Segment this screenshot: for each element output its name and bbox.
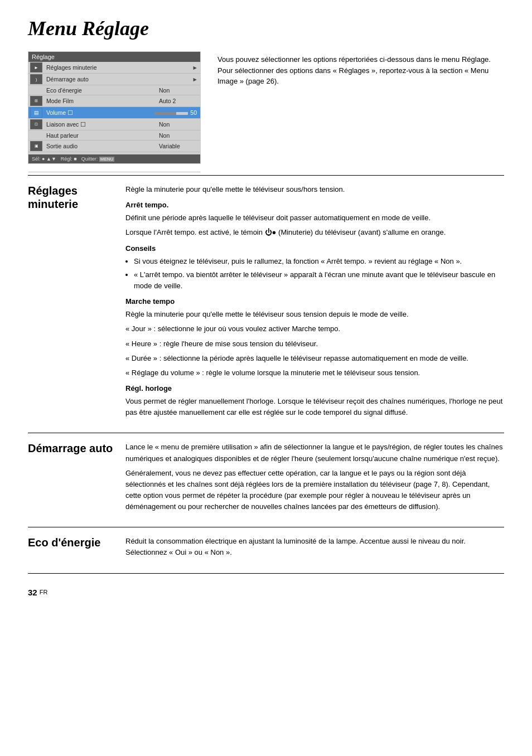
subsection-arret-tempo: Arrêt tempo.: [125, 200, 504, 211]
section-heading-demarrage: Démarrage auto: [28, 442, 125, 516]
conseils-title: Conseils: [125, 243, 504, 254]
section-heading-eco: Eco d'énergie: [28, 536, 125, 561]
section-content-reglages: Règle la minuterie pour qu'elle mette le…: [125, 184, 504, 421]
menu-icon-liaison: ⊡: [30, 119, 42, 129]
description-text: Vous pouvez sélectionner les options rép…: [217, 51, 504, 164]
page-lang: FR: [40, 589, 48, 595]
page-footer: 32 FR: [28, 588, 504, 597]
menu-icon-demarrage: ): [30, 74, 42, 84]
section-content-eco: Réduit la consommation électrique en aju…: [125, 536, 504, 561]
section-eco-energie: Eco d'énergie Réduit la consommation éle…: [28, 527, 504, 573]
section-reglages-minuterie: Réglages minuterie Règle la minuterie po…: [28, 175, 504, 433]
menu-icon-mode-film: ⊞: [30, 96, 42, 106]
page-title: Menu Réglage: [28, 17, 504, 40]
menu-screenshot: Réglage ► Réglages minuterie ► ) Démarra…: [28, 51, 201, 164]
section-content-demarrage: Lance le « menu de première utilisation …: [125, 442, 504, 516]
menu-item-demarrage: ) Démarrage auto ►: [28, 74, 200, 85]
menu-icon-volume: ▤: [30, 108, 42, 118]
menu-item-volume: ▤ Volume ☐ 50: [28, 107, 200, 119]
volume-slider: [154, 112, 188, 115]
conseils-list: Si vous éteignez le téléviseur, puis le …: [134, 256, 504, 292]
page-number: 32: [28, 588, 37, 597]
subsection-marche-tempo: Marche tempo: [125, 296, 504, 307]
menu-icon-sortie-audio: ▣: [30, 141, 42, 151]
menu-bottom-bar: Sél: ● ▲▼ Régl: ■ Quitter: MENU: [28, 154, 200, 163]
menu-item-sortie-audio: ▣ Sortie audio Variable: [28, 140, 200, 152]
menu-items: ► Réglages minuterie ► ) Démarrage auto …: [28, 62, 200, 154]
menu-item-liaison: ⊡ Liaison avec ☐ Non: [28, 119, 200, 130]
menu-icon-reglages: ►: [30, 62, 42, 72]
section-heading-reglages: Réglages minuterie: [28, 184, 125, 421]
menu-item-mode-film: ⊞ Mode Film Auto 2: [28, 95, 200, 107]
top-section: Réglage ► Réglages minuterie ► ) Démarra…: [28, 51, 504, 164]
menu-item-haut-parleur: Haut parleur Non: [28, 130, 200, 140]
menu-item-reglages: ► Réglages minuterie ►: [28, 62, 200, 74]
section-demarrage-auto: Démarrage auto Lance le « menu de premiè…: [28, 433, 504, 527]
menu-item-eco: Eco d'énergie Non: [28, 85, 200, 95]
subsection-regl-horloge: Régl. horloge: [125, 383, 504, 394]
menu-title-bar: Réglage: [28, 52, 200, 62]
